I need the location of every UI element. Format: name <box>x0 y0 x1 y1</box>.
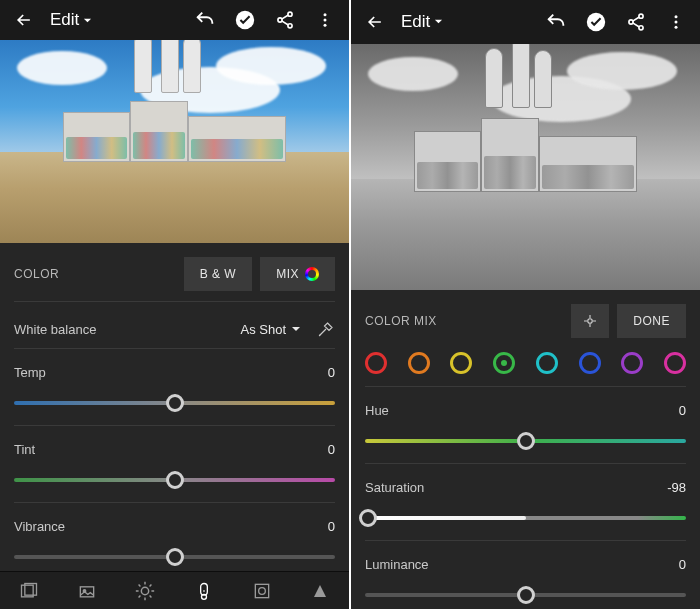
luminance-label: Luminance <box>365 557 429 572</box>
panel-title: COLOR MIX <box>365 314 437 328</box>
luminance-value: 0 <box>679 557 686 572</box>
top-bar: Edit <box>0 0 349 40</box>
white-balance-label: White balance <box>14 322 96 337</box>
tab-crop[interactable] <box>58 572 116 609</box>
mix-button[interactable]: MIX <box>260 257 335 291</box>
svg-point-14 <box>258 587 265 594</box>
swatch-blue[interactable] <box>579 352 601 374</box>
svg-point-6 <box>324 24 327 27</box>
tint-label: Tint <box>14 442 35 457</box>
tab-effects[interactable] <box>233 572 291 609</box>
target-icon <box>581 312 599 330</box>
back-icon[interactable] <box>4 0 44 40</box>
saturation-slider[interactable] <box>365 516 686 520</box>
tab-presets[interactable] <box>0 572 58 609</box>
share-icon[interactable] <box>616 2 656 42</box>
photo-preview[interactable] <box>0 40 349 243</box>
tint-slider[interactable] <box>14 478 335 482</box>
overflow-icon[interactable] <box>305 0 345 40</box>
svg-point-19 <box>675 15 678 18</box>
svg-rect-9 <box>81 586 94 596</box>
right-screen: Edit <box>351 0 700 609</box>
color-wheel-icon <box>305 267 319 281</box>
svg-point-20 <box>675 20 678 23</box>
bottom-tabs <box>0 571 349 609</box>
caret-down-icon <box>83 16 92 25</box>
svg-rect-13 <box>255 584 268 597</box>
svg-point-22 <box>588 319 593 324</box>
eyedropper-icon[interactable] <box>301 320 335 338</box>
white-balance-dropdown[interactable]: As Shot <box>240 322 301 337</box>
saturation-label: Saturation <box>365 480 424 495</box>
hue-label: Hue <box>365 403 389 418</box>
tint-value: 0 <box>328 442 335 457</box>
svg-point-11 <box>142 587 149 594</box>
swatch-yellow[interactable] <box>450 352 472 374</box>
vibrance-label: Vibrance <box>14 519 65 534</box>
color-panel: COLOR B & W MIX White balance As Shot Te… <box>0 243 349 571</box>
panel-title: COLOR <box>14 267 59 281</box>
caret-down-icon <box>291 324 301 334</box>
svg-point-4 <box>324 13 327 16</box>
svg-point-21 <box>675 26 678 29</box>
saturation-value: -98 <box>667 480 686 495</box>
svg-point-5 <box>324 19 327 22</box>
confirm-icon[interactable] <box>576 2 616 42</box>
swatch-aqua[interactable] <box>536 352 558 374</box>
done-button[interactable]: DONE <box>617 304 686 338</box>
luminance-slider[interactable] <box>365 593 686 597</box>
undo-icon[interactable] <box>185 0 225 40</box>
overflow-icon[interactable] <box>656 2 696 42</box>
swatch-orange[interactable] <box>408 352 430 374</box>
top-bar: Edit <box>351 0 700 44</box>
tab-color[interactable] <box>175 572 233 609</box>
hue-value: 0 <box>679 403 686 418</box>
vibrance-slider[interactable] <box>14 555 335 559</box>
vibrance-value: 0 <box>328 519 335 534</box>
photo-preview[interactable] <box>351 44 700 290</box>
hue-slider[interactable] <box>365 439 686 443</box>
color-mix-panel: COLOR MIX DONE Hue 0 Saturation -98 Lumi… <box>351 290 700 609</box>
confirm-icon[interactable] <box>225 0 265 40</box>
bw-button[interactable]: B & W <box>184 257 253 291</box>
swatch-magenta[interactable] <box>664 352 686 374</box>
target-adjust-button[interactable] <box>571 304 609 338</box>
color-swatches <box>365 346 686 378</box>
header-title: Edit <box>401 12 430 32</box>
caret-down-icon <box>434 17 443 26</box>
undo-icon[interactable] <box>536 2 576 42</box>
swatch-red[interactable] <box>365 352 387 374</box>
edit-dropdown[interactable]: Edit <box>44 10 98 30</box>
back-icon[interactable] <box>355 2 395 42</box>
temp-slider[interactable] <box>14 401 335 405</box>
left-screen: Edit <box>0 0 349 609</box>
temp-value: 0 <box>328 365 335 380</box>
share-icon[interactable] <box>265 0 305 40</box>
edit-dropdown[interactable]: Edit <box>395 12 449 32</box>
temp-label: Temp <box>14 365 46 380</box>
swatch-purple[interactable] <box>621 352 643 374</box>
header-title: Edit <box>50 10 79 30</box>
swatch-green[interactable] <box>493 352 515 374</box>
tab-light[interactable] <box>116 572 174 609</box>
tab-detail[interactable] <box>291 572 349 609</box>
